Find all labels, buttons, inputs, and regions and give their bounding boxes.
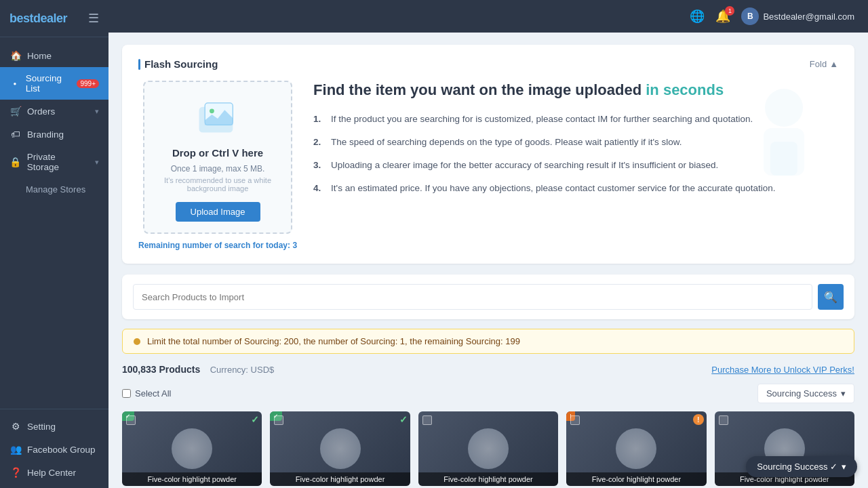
main-area: 🌐 🔔 1 B Bestdealer@gmail.com Flash Sourc… xyxy=(108,0,868,488)
warning-banner: Limit the total number of Sourcing: 200,… xyxy=(122,329,854,354)
sourcing-success-button[interactable]: Sourcing Success ✓ ▾ xyxy=(746,456,857,477)
sourcing-dropdown-arrow-icon: ▾ xyxy=(841,388,846,399)
product-card[interactable]: ! ! Five-color highlight powder xyxy=(566,411,706,486)
warning-text: Limit the total number of Sourcing: 200,… xyxy=(147,336,520,346)
sidebar-item-branding-label: Branding xyxy=(27,129,64,140)
vip-link[interactable]: Purchase More to Unlock VIP Perks! xyxy=(711,365,854,375)
remaining-label: Remaining number of search for today: xyxy=(138,241,290,250)
instruction-text-4: It's an estimated price. If you have any… xyxy=(331,182,775,195)
heading-highlight: in seconds xyxy=(646,81,724,98)
private-storage-arrow-icon: ▾ xyxy=(95,158,99,167)
sidebar-item-facebook[interactable]: 👥 Facebook Group xyxy=(0,438,108,461)
upload-hint1: Once 1 image, max 5 MB. xyxy=(171,164,265,174)
warning-dot-icon xyxy=(134,338,140,345)
product-label: Five-color highlight powder xyxy=(418,472,558,486)
select-all-row: Select All Sourcing Success ▾ xyxy=(122,384,854,403)
sidebar-item-help-label: Help Center xyxy=(27,468,76,478)
sidebar-bottom: ⚙ Setting 👥 Facebook Group ❓ Help Center xyxy=(0,409,108,488)
upload-placeholder-icon xyxy=(194,98,241,139)
user-email: Bestdealer@gmail.com xyxy=(763,12,854,22)
card-header: Flash Sourcing Fold ▲ xyxy=(138,58,838,70)
search-area: 🔍 xyxy=(122,274,854,319)
sourcing-dropdown[interactable]: Sourcing Success ▾ xyxy=(757,384,854,403)
product-checkbox[interactable] xyxy=(274,415,283,425)
upload-button[interactable]: Upload Image xyxy=(176,202,260,222)
select-all-label[interactable]: Select All xyxy=(122,388,171,399)
select-all-checkbox[interactable] xyxy=(122,389,131,398)
main-nav: 🏠 Home ● Sourcing List 999+ 🛒 Orders ▾ 🏷… xyxy=(0,37,108,409)
sidebar-item-help[interactable]: ❓ Help Center xyxy=(0,461,108,484)
product-card[interactable]: ✓ ✓ Five-color highlight powder xyxy=(270,411,410,486)
heading-main: Find the item you want on the image uplo… xyxy=(313,81,642,98)
sidebar-item-home[interactable]: 🏠 Home xyxy=(0,44,108,67)
product-card[interactable]: Five-color highlight powder xyxy=(418,411,558,486)
instruction-text-3: Uploading a clearer image for the better… xyxy=(331,159,718,172)
svg-point-3 xyxy=(210,108,214,113)
select-all-text: Select All xyxy=(135,388,171,399)
top-header: 🌐 🔔 1 B Bestdealer@gmail.com xyxy=(108,0,868,33)
user-info[interactable]: B Bestdealer@gmail.com xyxy=(741,7,854,25)
sourcing-icon: ● xyxy=(9,81,20,87)
sidebar-item-sourcing[interactable]: ● Sourcing List 999+ xyxy=(0,67,108,100)
sidebar-item-setting[interactable]: ⚙ Setting xyxy=(0,415,108,438)
product-checkbox[interactable] xyxy=(570,415,580,425)
instruction-text-1: If the product you are searching for is … xyxy=(331,113,753,126)
orders-icon: 🛒 xyxy=(9,106,22,117)
currency-label: Currency: USD$ xyxy=(210,365,275,375)
upload-zone[interactable]: Drop or Ctrl V here Once 1 image, max 5 … xyxy=(143,81,292,234)
product-label: Five-color highlight powder xyxy=(122,472,262,486)
sidebar-item-manage-stores-label: Manage Stores xyxy=(26,184,85,195)
instructions-area: Find the item you want on the image uplo… xyxy=(313,81,838,250)
deco-figure-icon xyxy=(730,81,838,189)
sourcing-badge: 999+ xyxy=(77,79,99,88)
remaining-text: Remaining number of search for today: 3 xyxy=(138,241,297,250)
sourcing-success-label: Sourcing Success ✓ xyxy=(757,462,837,472)
sourcing-dropdown-label: Sourcing Success xyxy=(766,388,837,399)
logo-part1: best xyxy=(9,12,33,25)
hamburger-icon[interactable]: ☰ xyxy=(88,11,99,26)
product-label: Five-color highlight powder xyxy=(270,472,410,486)
sidebar-item-branding[interactable]: 🏷 Branding xyxy=(0,123,108,146)
sidebar-item-orders-label: Orders xyxy=(27,106,55,117)
fold-button[interactable]: Fold ▲ xyxy=(810,59,838,69)
fold-icon: ▲ xyxy=(829,59,838,69)
home-icon: 🏠 xyxy=(9,50,22,61)
sidebar-item-manage-stores[interactable]: Manage Stores xyxy=(0,178,108,201)
sidebar-item-orders[interactable]: 🛒 Orders ▾ xyxy=(0,100,108,123)
logo-part2: dealer xyxy=(33,12,67,25)
private-storage-icon: 🔒 xyxy=(9,157,22,167)
product-check-icon: ✓ xyxy=(399,414,408,425)
product-grid: ✓ ✓ Five-color highlight powder ✓ ✓ Five… xyxy=(122,411,854,486)
app-logo: bestdealer xyxy=(9,12,67,26)
avatar: B xyxy=(741,7,759,25)
instruction-text-2: The speed of searching depends on the ty… xyxy=(331,136,682,149)
notification-badge: 1 xyxy=(725,6,734,16)
upload-hint2: It's recommended to use a white backgrou… xyxy=(155,176,280,192)
sidebar: bestdealer ☰ 🏠 Home ● Sourcing List 999+… xyxy=(0,0,108,488)
product-label: Five-color highlight powder xyxy=(566,472,706,486)
facebook-icon: 👥 xyxy=(9,444,22,455)
products-meta: 100,833 Products Currency: USD$ xyxy=(122,363,274,375)
product-check-icon: ✓ xyxy=(251,414,259,425)
flash-sourcing-card: Flash Sourcing Fold ▲ xyxy=(122,45,854,264)
products-count: 100,833 Products xyxy=(122,364,200,375)
card-title: Flash Sourcing xyxy=(138,58,218,70)
search-input[interactable] xyxy=(133,284,812,310)
product-card[interactable]: ✓ ✓ Five-color highlight powder xyxy=(122,411,262,486)
fold-label: Fold xyxy=(810,59,827,69)
sidebar-item-private-storage[interactable]: 🔒 Private Storage ▾ xyxy=(0,146,108,178)
product-checkbox[interactable] xyxy=(126,415,136,425)
search-button[interactable]: 🔍 xyxy=(818,284,844,310)
flash-content: Drop or Ctrl V here Once 1 image, max 5 … xyxy=(138,81,838,250)
notification-icon[interactable]: 🔔 1 xyxy=(715,9,730,24)
sourcing-success-arrow-icon: ▾ xyxy=(842,462,846,472)
product-checkbox[interactable] xyxy=(719,415,728,425)
logo-area: bestdealer ☰ xyxy=(0,0,108,37)
remaining-count: 3 xyxy=(292,241,297,250)
help-icon: ❓ xyxy=(9,467,22,478)
content-area: Flash Sourcing Fold ▲ xyxy=(108,33,868,488)
branding-icon: 🏷 xyxy=(9,129,22,140)
svg-rect-6 xyxy=(770,142,797,176)
product-checkbox[interactable] xyxy=(422,415,432,425)
globe-icon[interactable]: 🌐 xyxy=(690,9,705,24)
